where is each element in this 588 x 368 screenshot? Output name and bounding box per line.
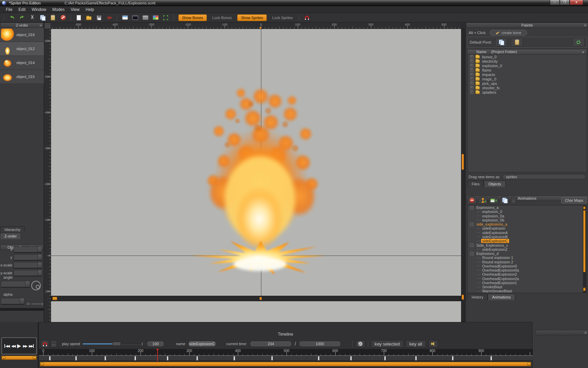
expand-plus-icon[interactable]: +	[470, 77, 473, 80]
animations-scrollbar[interactable]	[583, 206, 586, 293]
animation-group-Explosions_a[interactable]: −Explosions_a	[468, 205, 587, 210]
scrollbar-handle[interactable]	[52, 297, 57, 300]
layout-2-button[interactable]	[131, 14, 140, 21]
folder-row-impacts[interactable]: +impacts	[468, 72, 587, 77]
show-sprites-button[interactable]: Show Sprites	[237, 14, 267, 21]
minimize-button[interactable]: –	[550, 0, 560, 5]
chevron-up-icon[interactable]: ▲	[582, 50, 585, 53]
zorder-row[interactable]: object_016	[0, 28, 44, 42]
copy-button[interactable]	[38, 14, 47, 21]
menu-view[interactable]: View	[68, 6, 83, 13]
paste-button[interactable]	[48, 14, 57, 21]
pivot-paste-button[interactable]	[511, 38, 523, 47]
alpha-slider-handle[interactable]	[26, 302, 31, 306]
keyframe-marker[interactable]	[350, 356, 352, 361]
folder-row-magic_0[interactable]: +magic_0	[468, 77, 587, 81]
expand-plus-icon[interactable]: +	[470, 86, 473, 89]
playback-scrollbar[interactable]	[1, 356, 37, 360]
angle-input[interactable]	[1, 281, 30, 288]
new-animation-button[interactable]: +	[478, 197, 488, 204]
collapsed-panel-header[interactable]: ✕	[535, 330, 588, 335]
zorder-panel-header[interactable]: Z-order ✕	[0, 22, 44, 28]
drag-items-select[interactable]: sprites	[502, 174, 586, 179]
close-icon[interactable]: ✕	[584, 23, 587, 28]
zorder-row[interactable]: object_014	[0, 56, 44, 70]
toolbar-grip[interactable]	[70, 15, 72, 21]
undo-button[interactable]	[7, 14, 16, 21]
animation-item-sideExplosionZ[interactable]: sideExplosionZ	[468, 247, 587, 251]
keyframe-marker[interactable]	[49, 356, 51, 361]
keyframe-marker[interactable]	[167, 356, 168, 361]
menu-edit[interactable]: Edit	[15, 6, 29, 13]
pivot-refresh-button[interactable]	[572, 38, 585, 47]
animation-item-sideExplosionC[interactable]: sideExplosionC	[468, 239, 587, 243]
tab-zorder[interactable]: Z-order	[0, 233, 21, 239]
zorder-row[interactable]: object_015	[0, 70, 44, 84]
tab-hierarchy[interactable]: Hierarchy	[0, 226, 25, 233]
keyframe-marker[interactable]	[318, 356, 320, 361]
play-speed-handle[interactable]	[113, 342, 121, 346]
animation-item-OverheadExplosion2[interactable]: OverheadExplosion2	[468, 272, 587, 276]
tab-animations[interactable]: Animations	[488, 294, 515, 300]
animation-item-OverheadExplosion2a[interactable]: OverheadExplosion2a	[468, 277, 587, 281]
x-scale-input[interactable]	[14, 262, 42, 269]
keyframe-marker[interactable]	[196, 356, 198, 361]
animation-item-OverheadExplosion0[interactable]: OverheadExplosion0	[468, 264, 587, 268]
duplicate-animation-button[interactable]	[500, 197, 509, 204]
animation-item-explosion_0[interactable]: explosion_0	[468, 210, 587, 214]
animation-item-explosion_0b[interactable]: explosion_0b	[468, 218, 587, 222]
explosion-sprite[interactable]	[173, 80, 350, 281]
pivot-copy-button[interactable]	[495, 38, 507, 47]
angle-dial[interactable]	[31, 281, 41, 290]
keyframe-marker[interactable]	[233, 356, 235, 361]
menu-file[interactable]: File	[3, 6, 15, 13]
current-time-field[interactable]: 234	[250, 341, 292, 347]
layout-3-button[interactable]	[141, 14, 150, 21]
cut-button[interactable]	[28, 14, 37, 21]
alpha-slider[interactable]	[26, 302, 43, 306]
delete-button[interactable]	[59, 14, 67, 21]
import-button[interactable]: ⇉+	[105, 14, 114, 21]
more-button[interactable]: …	[511, 197, 516, 204]
canvas-vertical-scrollbar[interactable]	[461, 29, 464, 322]
title-bar[interactable]: *Spriter Pro Edition C:/Art Packs/GameEf…	[0, 0, 588, 6]
keyframe-marker[interactable]	[384, 356, 386, 361]
animation-item-WarmSmokeBlast[interactable]: WarmSmokeBlast	[468, 289, 587, 293]
animation-name-field[interactable]: sideExplosionC	[188, 341, 216, 347]
animation-group-Side_Explosions_c[interactable]: −Side_Explosions_c	[468, 243, 587, 247]
expand-plus-icon[interactable]: +	[470, 73, 473, 76]
folder-row-shooter_fx[interactable]: +shooter_fx	[468, 86, 587, 90]
tab-history[interactable]: History	[467, 294, 488, 300]
layout-1-button[interactable]	[120, 14, 129, 21]
scrollbar-handle[interactable]	[462, 154, 464, 170]
scene-canvas[interactable]	[51, 29, 461, 322]
animation-item-explosion_0a[interactable]: explosion_0a	[468, 214, 587, 218]
tree-header[interactable]: Name (Project Folder) ▲	[468, 49, 587, 55]
delete-animation-button[interactable]	[467, 197, 477, 204]
rewind-button[interactable]: ◀◀	[11, 344, 15, 348]
animation-item-SmokeBlast[interactable]: SmokeBlast	[468, 285, 587, 289]
animation-group-Explosions_d[interactable]: −Explosions_d	[468, 251, 587, 256]
animation-item-Round explosion 2[interactable]: Round explosion 2	[468, 260, 587, 264]
close-button[interactable]: x	[570, 0, 583, 5]
folder-row-flame[interactable]: +flame	[468, 68, 587, 72]
keyframe-marker[interactable]	[104, 356, 106, 361]
expand-plus-icon[interactable]: +	[470, 55, 473, 58]
keyframe-marker[interactable]	[415, 356, 417, 361]
play-button[interactable]: ▶	[17, 343, 21, 349]
scrollbar-button[interactable]	[583, 206, 586, 209]
toolbar-grip[interactable]	[3, 15, 5, 21]
expand-plus-icon[interactable]: +	[470, 68, 473, 72]
expand-plus-icon[interactable]: +	[470, 82, 473, 85]
lock-sprites-button[interactable]: Lock Sprites	[269, 16, 296, 20]
timeline-more-button[interactable]: …	[50, 340, 57, 348]
zorder-row[interactable]: object_012	[0, 42, 44, 56]
close-icon[interactable]: ✕	[39, 23, 42, 28]
keyframe-track[interactable]	[39, 355, 533, 361]
collapse-minus-icon[interactable]: −	[470, 244, 473, 247]
collapse-minus-icon[interactable]: −	[470, 223, 473, 226]
play-speed-value[interactable]: 100	[147, 341, 164, 347]
x-input[interactable]	[14, 246, 42, 253]
folder-row-bunus_0[interactable]: +bunus_0	[468, 55, 587, 59]
keyframe-marker[interactable]	[75, 356, 77, 361]
